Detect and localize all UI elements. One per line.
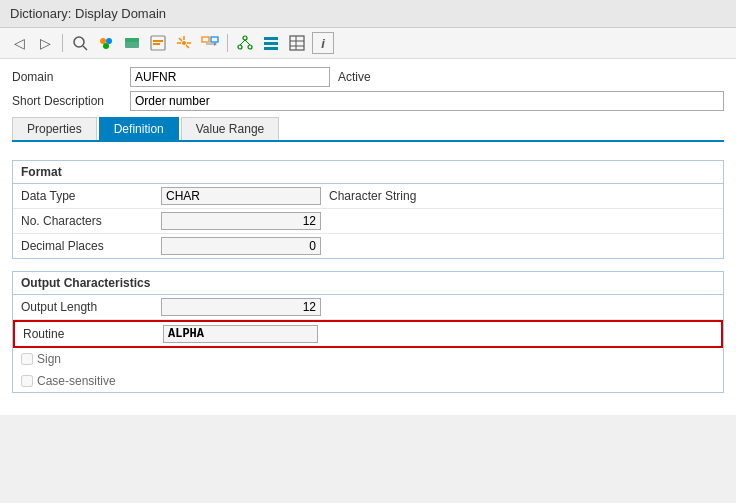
- output-length-input[interactable]: [161, 298, 321, 316]
- transform-btn[interactable]: [199, 32, 221, 54]
- output-length-row: Output Length: [13, 295, 723, 320]
- svg-point-0: [74, 37, 84, 47]
- short-desc-row: Short Description: [12, 91, 724, 111]
- data-type-input[interactable]: [161, 187, 321, 205]
- svg-rect-26: [264, 42, 278, 45]
- back-btn[interactable]: ◁: [8, 32, 30, 54]
- data-type-row: Data Type Character String: [13, 184, 723, 209]
- case-sensitive-checkbox-row: Case-sensitive: [13, 370, 723, 392]
- title-text: Dictionary: Display Domain: [10, 6, 166, 21]
- format-section: Format Data Type Character String No. Ch…: [12, 160, 724, 259]
- svg-line-14: [186, 45, 189, 48]
- output-length-label: Output Length: [21, 300, 161, 314]
- svg-rect-25: [264, 37, 278, 40]
- title-bar: Dictionary: Display Domain: [0, 0, 736, 28]
- svg-point-20: [243, 36, 247, 40]
- svg-point-15: [182, 41, 186, 45]
- object2-btn[interactable]: [147, 32, 169, 54]
- no-chars-label: No. Characters: [21, 214, 161, 228]
- routine-input[interactable]: [163, 325, 318, 343]
- tabs-container: Properties Definition Value Range: [12, 117, 724, 142]
- output-section-title: Output Characteristics: [13, 272, 723, 295]
- svg-point-21: [238, 45, 242, 49]
- status-badge: Active: [338, 70, 371, 84]
- short-desc-input[interactable]: [130, 91, 724, 111]
- routine-label: Routine: [23, 327, 163, 341]
- output-section: Output Characteristics Output Length Rou…: [12, 271, 724, 393]
- svg-rect-6: [125, 38, 139, 42]
- svg-rect-28: [290, 36, 304, 50]
- domain-label: Domain: [12, 70, 122, 84]
- decimal-places-row: Decimal Places: [13, 234, 723, 258]
- sign-label: Sign: [37, 352, 61, 366]
- case-sensitive-label: Case-sensitive: [37, 374, 116, 388]
- domain-input[interactable]: [130, 67, 330, 87]
- toolbar: ◁ ▷ i: [0, 28, 736, 59]
- tab-valuerange[interactable]: Value Range: [181, 117, 280, 140]
- sign-checkbox-row: Sign: [13, 348, 723, 370]
- svg-point-3: [106, 38, 112, 44]
- svg-line-1: [83, 46, 87, 50]
- color-btn[interactable]: [95, 32, 117, 54]
- format-section-title: Format: [13, 161, 723, 184]
- short-desc-label: Short Description: [12, 94, 122, 108]
- format-section-body: Data Type Character String No. Character…: [13, 184, 723, 258]
- svg-rect-9: [153, 43, 160, 45]
- no-chars-input[interactable]: [161, 212, 321, 230]
- svg-point-2: [100, 38, 106, 44]
- svg-line-23: [240, 40, 245, 45]
- tree-btn[interactable]: [234, 32, 256, 54]
- data-type-desc: Character String: [329, 189, 416, 203]
- main-content: Domain Active Short Description Properti…: [0, 59, 736, 150]
- table-btn[interactable]: [286, 32, 308, 54]
- svg-rect-27: [264, 47, 278, 50]
- info-btn[interactable]: i: [312, 32, 334, 54]
- svg-point-4: [103, 43, 109, 49]
- object-btn[interactable]: [121, 32, 143, 54]
- decimal-places-label: Decimal Places: [21, 239, 161, 253]
- output-section-body: Output Length Routine Sign Case-sensitiv…: [13, 295, 723, 392]
- data-type-label: Data Type: [21, 189, 161, 203]
- svg-rect-17: [211, 37, 218, 42]
- svg-point-22: [248, 45, 252, 49]
- stack-btn[interactable]: [260, 32, 282, 54]
- tab-definition[interactable]: Definition: [99, 117, 179, 140]
- svg-rect-8: [153, 40, 163, 42]
- svg-line-13: [179, 38, 182, 41]
- forward-btn[interactable]: ▷: [34, 32, 56, 54]
- case-sensitive-checkbox[interactable]: [21, 375, 33, 387]
- spec-btn[interactable]: [69, 32, 91, 54]
- toolbar-separator-2: [227, 34, 228, 52]
- toolbar-separator-1: [62, 34, 63, 52]
- tab-properties[interactable]: Properties: [12, 117, 97, 140]
- tab-content: Format Data Type Character String No. Ch…: [0, 150, 736, 415]
- decimal-places-input[interactable]: [161, 237, 321, 255]
- no-chars-row: No. Characters: [13, 209, 723, 234]
- svg-line-24: [245, 40, 250, 45]
- routine-row: Routine: [13, 320, 723, 348]
- domain-row: Domain Active: [12, 67, 724, 87]
- magic-btn[interactable]: [173, 32, 195, 54]
- sign-checkbox[interactable]: [21, 353, 33, 365]
- svg-rect-16: [202, 37, 209, 42]
